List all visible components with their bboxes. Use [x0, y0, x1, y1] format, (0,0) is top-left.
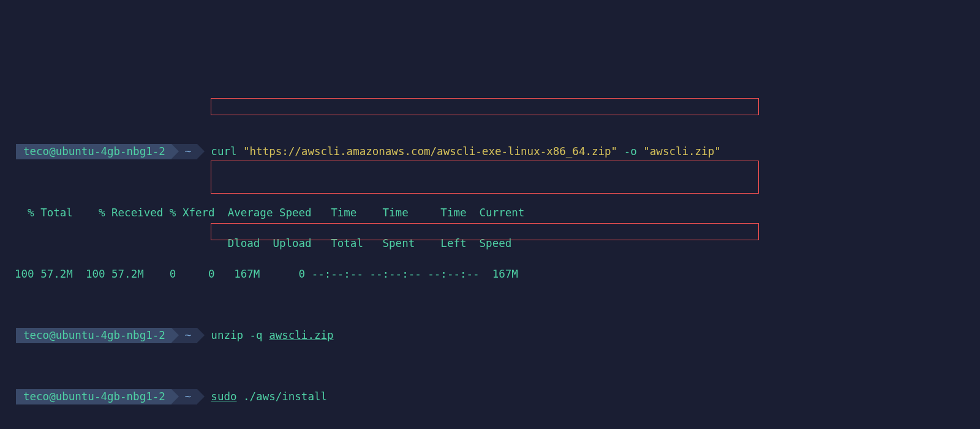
prompt-userhost: teco@ubuntu-4gb-nbg1-2	[16, 144, 172, 159]
highlight-box-1	[211, 98, 759, 115]
curl-output-header1: % Total % Received % Xferd Average Speed…	[12, 205, 968, 221]
curl-output-header2: Dload Upload Total Spent Left Speed	[12, 236, 968, 251]
prompt-userhost: teco@ubuntu-4gb-nbg1-2	[16, 389, 172, 404]
command-sudo-install: sudo ./aws/install	[197, 389, 327, 404]
prompt-line-3: teco@ubuntu-4gb-nbg1-2~sudo ./aws/instal…	[12, 389, 968, 404]
terminal-window[interactable]: teco@ubuntu-4gb-nbg1-2~curl "https://aws…	[12, 98, 968, 429]
prompt-line-1: teco@ubuntu-4gb-nbg1-2~curl "https://aws…	[12, 144, 968, 159]
highlight-box-2	[211, 161, 759, 194]
curl-output-progress: 100 57.2M 100 57.2M 0 0 167M 0 --:--:-- …	[12, 267, 968, 282]
command-curl: curl "https://awscli.amazonaws.com/awscl…	[197, 144, 720, 159]
prompt-line-2: teco@ubuntu-4gb-nbg1-2~unzip -q awscli.z…	[12, 328, 968, 343]
prompt-userhost: teco@ubuntu-4gb-nbg1-2	[16, 328, 172, 343]
command-unzip: unzip -q awscli.zip	[197, 328, 333, 343]
